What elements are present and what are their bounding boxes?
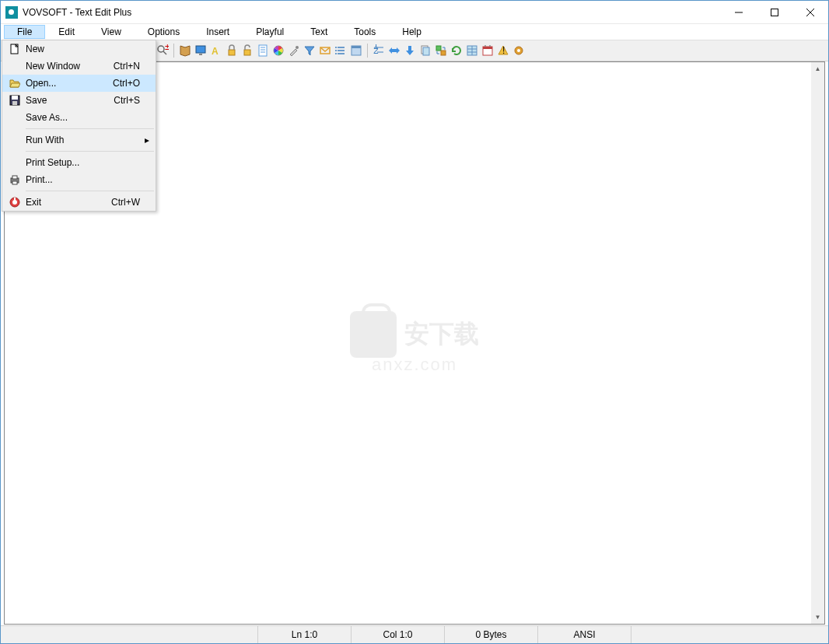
svg-text:±: ± bbox=[165, 44, 169, 52]
svg-text:2: 2 bbox=[373, 45, 379, 56]
svg-point-17 bbox=[296, 46, 299, 49]
menu-divider bbox=[26, 191, 154, 191]
file-menu-dropdown: New New Window Ctrl+N Open... Ctrl+O Sav… bbox=[2, 40, 156, 212]
lock-icon[interactable] bbox=[226, 44, 238, 57]
search-icon[interactable]: ± bbox=[156, 44, 169, 57]
menu-help[interactable]: Help bbox=[389, 25, 435, 39]
numbered-list-icon[interactable]: 12 bbox=[373, 44, 385, 57]
svg-point-41 bbox=[484, 45, 486, 47]
close-button[interactable] bbox=[792, 1, 828, 24]
submenu-arrow-icon: ▸ bbox=[145, 135, 149, 145]
svg-rect-10 bbox=[229, 50, 235, 55]
statusbar: Ln 1:0 Col 1:0 0 Bytes ANSI bbox=[1, 625, 828, 643]
menu-tools[interactable]: Tools bbox=[341, 25, 389, 39]
svg-rect-12 bbox=[259, 45, 267, 56]
menu-item-print-setup[interactable]: Print Setup... bbox=[2, 154, 156, 171]
svg-point-42 bbox=[489, 45, 491, 47]
svg-rect-51 bbox=[12, 176, 17, 179]
menu-item-new-window[interactable]: New Window Ctrl+N bbox=[2, 58, 156, 75]
menu-item-new[interactable]: New bbox=[2, 40, 156, 58]
svg-rect-26 bbox=[352, 46, 361, 48]
filter-icon[interactable] bbox=[303, 44, 316, 57]
copy-icon[interactable] bbox=[419, 44, 432, 57]
svg-rect-40 bbox=[483, 47, 492, 49]
arrow-left-right-icon[interactable] bbox=[388, 44, 401, 57]
menu-divider bbox=[26, 151, 154, 152]
menu-text[interactable]: Text bbox=[297, 25, 341, 39]
font-icon[interactable]: A bbox=[210, 44, 222, 57]
app-icon bbox=[5, 6, 18, 19]
svg-point-24 bbox=[335, 53, 337, 54]
svg-rect-33 bbox=[436, 46, 441, 51]
open-folder-icon bbox=[9, 78, 20, 89]
book-icon[interactable] bbox=[179, 44, 191, 57]
menu-insert[interactable]: Insert bbox=[193, 25, 243, 39]
menu-item-save-as[interactable]: Save As... bbox=[2, 109, 156, 126]
svg-rect-1 bbox=[771, 9, 778, 16]
maximize-button[interactable] bbox=[757, 1, 792, 24]
menu-divider bbox=[26, 128, 154, 129]
svg-point-22 bbox=[335, 47, 337, 48]
status-col: Col 1:0 bbox=[351, 626, 444, 643]
gear-icon[interactable] bbox=[512, 44, 525, 57]
status-line: Ln 1:0 bbox=[257, 626, 351, 643]
scroll-up-icon[interactable]: ▲ bbox=[811, 62, 824, 75]
menu-edit[interactable]: Edit bbox=[45, 25, 88, 39]
svg-rect-7 bbox=[196, 46, 205, 53]
svg-point-45 bbox=[517, 49, 520, 52]
warning-icon[interactable]: ! bbox=[497, 44, 509, 57]
monitor-icon[interactable] bbox=[194, 44, 207, 57]
svg-rect-8 bbox=[199, 54, 202, 55]
menu-item-save[interactable]: Save Ctrl+S bbox=[2, 92, 156, 109]
calendar-icon[interactable] bbox=[481, 44, 494, 57]
color-wheel-icon[interactable] bbox=[272, 44, 285, 57]
svg-rect-55 bbox=[14, 198, 16, 201]
menu-item-exit[interactable]: Exit Ctrl+W bbox=[2, 194, 156, 211]
svg-text:A: A bbox=[212, 46, 219, 57]
mail-icon[interactable] bbox=[319, 44, 331, 57]
scroll-down-icon[interactable]: ▼ bbox=[811, 611, 824, 624]
menu-playful[interactable]: Playful bbox=[243, 25, 297, 39]
window-controls bbox=[721, 1, 828, 24]
menu-item-open[interactable]: Open... Ctrl+O bbox=[2, 75, 156, 92]
svg-rect-52 bbox=[12, 181, 17, 184]
status-size: 0 Bytes bbox=[444, 626, 537, 643]
svg-point-23 bbox=[335, 50, 337, 51]
menubar: File Edit View Options Insert Playful Te… bbox=[1, 24, 828, 40]
list-icon[interactable] bbox=[334, 44, 347, 57]
window-icon[interactable] bbox=[350, 44, 362, 57]
vertical-scrollbar[interactable]: ▲ ▼ bbox=[811, 62, 824, 624]
status-encoding: ANSI bbox=[537, 626, 631, 643]
menu-item-run-with[interactable]: Run With ▸ bbox=[2, 131, 156, 149]
titlebar: VOVSOFT - Text Edit Plus bbox=[1, 1, 828, 24]
eyedropper-icon[interactable] bbox=[288, 44, 300, 57]
svg-rect-34 bbox=[441, 51, 446, 55]
menu-item-print[interactable]: Print... bbox=[2, 171, 156, 188]
menu-view[interactable]: View bbox=[88, 25, 135, 39]
refresh-icon[interactable] bbox=[450, 44, 463, 57]
svg-rect-32 bbox=[423, 47, 429, 55]
menu-file[interactable]: File bbox=[4, 25, 45, 39]
unlock-icon[interactable] bbox=[241, 44, 254, 57]
arrow-down-icon[interactable] bbox=[404, 44, 416, 57]
document-icon[interactable] bbox=[257, 44, 269, 57]
table-icon[interactable] bbox=[466, 44, 478, 57]
svg-rect-49 bbox=[12, 101, 17, 105]
svg-text:!: ! bbox=[502, 45, 505, 56]
exit-icon bbox=[9, 197, 20, 208]
watermark: 安下载 anxz.com bbox=[350, 311, 479, 375]
svg-point-4 bbox=[158, 46, 164, 52]
status-empty bbox=[631, 626, 828, 643]
minimize-button[interactable] bbox=[721, 1, 757, 24]
printer-icon bbox=[9, 174, 20, 185]
svg-rect-11 bbox=[244, 50, 250, 55]
replace-icon[interactable] bbox=[435, 44, 447, 57]
window-title: VOVSOFT - Text Edit Plus bbox=[23, 7, 131, 18]
svg-rect-48 bbox=[12, 96, 18, 100]
menu-options[interactable]: Options bbox=[135, 25, 193, 39]
new-file-icon bbox=[9, 44, 20, 54]
save-icon bbox=[9, 95, 20, 106]
